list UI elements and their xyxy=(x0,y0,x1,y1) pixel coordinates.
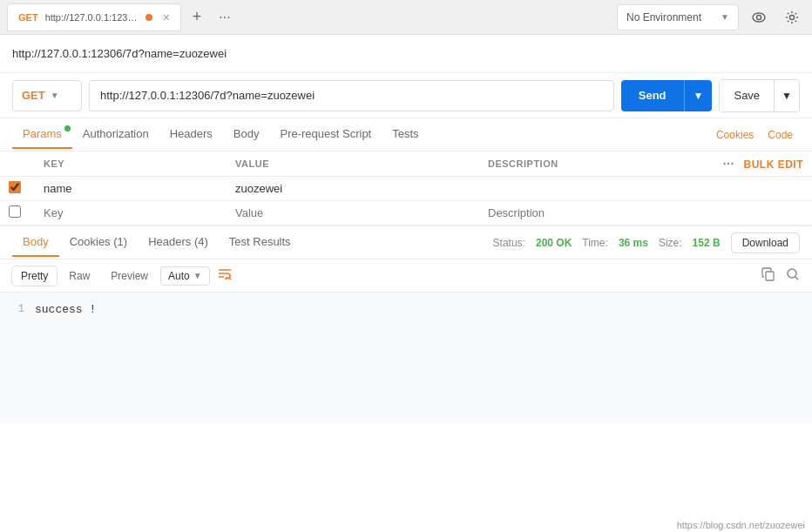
fmt-tab-preview[interactable]: Preview xyxy=(102,266,157,286)
env-label: No Environment xyxy=(626,11,701,24)
resp-tab-headers[interactable]: Headers (4) xyxy=(138,228,219,257)
tab-modified-dot xyxy=(145,14,152,21)
svg-point-0 xyxy=(753,13,765,22)
save-button[interactable]: Save xyxy=(720,80,774,111)
empty-key-input[interactable] xyxy=(44,206,218,219)
row-value-cell xyxy=(227,177,479,201)
request-tabs: Params Authorization Headers Body Pre-re… xyxy=(0,118,812,152)
response-tabs-bar: Body Cookies (1) Headers (4) Test Result… xyxy=(0,226,812,259)
size-value: 152 B xyxy=(693,237,721,249)
params-table: KEY VALUE DESCRIPTION ··· Bulk Edit xyxy=(0,152,812,226)
url-input[interactable] xyxy=(89,80,614,111)
environment-select[interactable]: No Environment ▼ xyxy=(617,4,739,30)
code-link[interactable]: Code xyxy=(761,129,800,141)
empty-row-checkbox[interactable] xyxy=(9,205,21,218)
svg-line-5 xyxy=(795,277,798,279)
env-arrow-icon: ▼ xyxy=(721,12,729,22)
resp-tab-body[interactable]: Body xyxy=(12,228,59,257)
send-button[interactable]: Send xyxy=(621,80,684,111)
tab-method: GET xyxy=(18,12,38,23)
table-row xyxy=(0,177,812,201)
code-content: success ! xyxy=(35,301,812,414)
status-label: Status: xyxy=(493,237,525,249)
empty-actions-cell xyxy=(687,201,812,226)
method-select[interactable]: GET ▼ xyxy=(12,80,82,111)
col-checkbox xyxy=(0,152,35,177)
empty-value-input[interactable] xyxy=(235,206,470,219)
time-label: Time: xyxy=(582,237,608,249)
tab-more-button[interactable]: ··· xyxy=(213,5,237,30)
line-numbers: 1 xyxy=(0,301,35,414)
download-button[interactable]: Download xyxy=(731,232,800,253)
code-line-1: success ! xyxy=(35,303,812,316)
empty-key-cell xyxy=(35,201,227,226)
tab-body[interactable]: Body xyxy=(223,120,270,149)
response-section: Body Cookies (1) Headers (4) Test Result… xyxy=(0,226,812,423)
bulk-edit-button[interactable]: Bulk Edit xyxy=(744,158,804,171)
svg-point-4 xyxy=(788,269,796,278)
status-value: 200 OK xyxy=(536,237,572,249)
response-status-area: Status: 200 OK Time: 36 ms Size: 152 B D… xyxy=(301,232,800,253)
empty-checkbox-cell xyxy=(0,201,35,226)
tab-close-icon[interactable]: × xyxy=(163,10,170,24)
fmt-arrow-icon: ▼ xyxy=(193,271,202,280)
word-wrap-svg xyxy=(217,266,233,282)
tab-headers[interactable]: Headers xyxy=(159,120,223,149)
send-arrow-button[interactable]: ▼ xyxy=(684,80,713,111)
search-svg xyxy=(786,267,800,281)
active-tab[interactable]: GET http://127.0.0.1:12306/7d?name= × xyxy=(7,3,181,31)
col-desc-header: DESCRIPTION xyxy=(479,152,687,177)
time-value: 36 ms xyxy=(619,237,648,249)
code-area: 1 success ! xyxy=(0,293,812,423)
settings-icon-button[interactable] xyxy=(779,4,805,30)
format-bar: Pretty Raw Preview Auto ▼ xyxy=(0,259,812,293)
method-arrow-icon: ▼ xyxy=(51,91,59,100)
save-arrow-button[interactable]: ▼ xyxy=(774,80,799,111)
tab-authorization[interactable]: Authorization xyxy=(72,120,159,149)
fmt-auto-label: Auto xyxy=(168,270,190,282)
tab-url: http://127.0.0.1:12306/7d?name= xyxy=(45,12,139,23)
gear-icon xyxy=(785,10,799,24)
empty-desc-input[interactable] xyxy=(488,206,679,219)
eye-icon-button[interactable] xyxy=(746,4,772,30)
new-tab-button[interactable]: + xyxy=(185,5,209,30)
row-key-cell xyxy=(35,177,227,201)
row-desc-cell xyxy=(479,177,687,201)
line-number-1: 1 xyxy=(0,303,24,315)
fmt-auto-select[interactable]: Auto ▼ xyxy=(160,266,210,286)
fmt-tab-pretty[interactable]: Pretty xyxy=(12,266,57,286)
empty-desc-cell xyxy=(479,201,687,226)
env-area: No Environment ▼ xyxy=(617,4,805,30)
table-row-empty xyxy=(0,201,812,226)
empty-value-cell xyxy=(227,201,479,226)
tab-params[interactable]: Params xyxy=(12,120,72,149)
method-label: GET xyxy=(22,89,45,102)
resp-tab-cookies[interactable]: Cookies (1) xyxy=(59,228,139,257)
word-wrap-icon[interactable] xyxy=(217,266,233,286)
row-checkbox[interactable] xyxy=(9,181,21,193)
resp-tab-test-results[interactable]: Test Results xyxy=(219,228,301,257)
fmt-tab-raw[interactable]: Raw xyxy=(60,266,98,286)
svg-point-2 xyxy=(790,15,795,19)
copy-icon[interactable] xyxy=(761,267,775,285)
copy-svg xyxy=(761,267,775,281)
value-input[interactable] xyxy=(235,182,470,195)
footer-link[interactable]: https://blog.csdn.net/zuozewei xyxy=(677,520,805,530)
tab-tests[interactable]: Tests xyxy=(382,120,429,149)
col-key-header: KEY xyxy=(35,152,227,177)
col-actions-header: ··· Bulk Edit xyxy=(687,152,812,177)
params-section: KEY VALUE DESCRIPTION ··· Bulk Edit xyxy=(0,152,812,226)
svg-rect-3 xyxy=(766,272,774,280)
tab-prerequest[interactable]: Pre-request Script xyxy=(269,120,382,149)
svg-point-1 xyxy=(757,15,761,19)
more-options-icon[interactable]: ··· xyxy=(723,157,734,171)
row-checkbox-cell xyxy=(0,177,35,201)
eye-icon xyxy=(752,10,766,24)
desc-input[interactable] xyxy=(488,182,679,195)
search-icon[interactable] xyxy=(786,267,800,285)
row-actions-cell xyxy=(687,177,812,201)
breadcrumb: http://127.0.0.1:12306/7d?name=zuozewei xyxy=(12,47,227,60)
col-value-header: VALUE xyxy=(227,152,479,177)
cookies-link[interactable]: Cookies xyxy=(709,129,761,141)
key-input[interactable] xyxy=(44,182,218,195)
